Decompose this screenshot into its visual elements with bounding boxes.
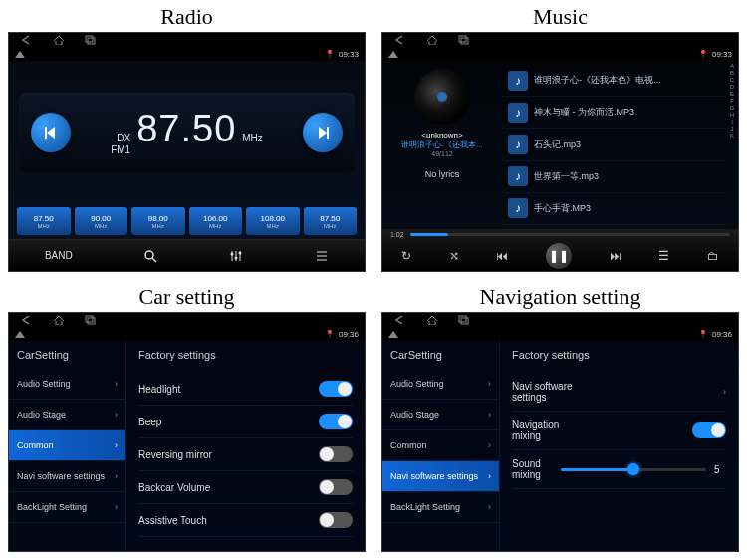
radio-screen: 📍 09:33 DX FM1 8 bbox=[8, 32, 366, 272]
home-icon[interactable] bbox=[53, 315, 65, 325]
preset-3[interactable]: 98.00MHz bbox=[131, 207, 185, 235]
preset-4[interactable]: 106.00MHz bbox=[189, 207, 243, 235]
android-softkeys bbox=[9, 33, 365, 47]
repeat-icon[interactable]: ↻ bbox=[401, 249, 411, 263]
next-station-button[interactable] bbox=[303, 113, 343, 152]
back-icon[interactable] bbox=[21, 315, 33, 325]
sound-mixing-slider[interactable] bbox=[561, 468, 706, 471]
toggle-reversing-mirror[interactable] bbox=[319, 446, 353, 462]
alpha-index[interactable]: ABCDEFGHIJK bbox=[726, 61, 738, 229]
chevron-right-icon: › bbox=[115, 379, 118, 389]
music-note-icon: ♪ bbox=[508, 135, 528, 154]
svg-point-4 bbox=[145, 251, 153, 259]
setting-row-navi-software[interactable]: Navi software settings› bbox=[512, 373, 726, 412]
svg-rect-2 bbox=[45, 127, 47, 139]
prev-track-icon[interactable]: ⏮ bbox=[496, 249, 508, 263]
recents-icon[interactable] bbox=[458, 315, 470, 325]
svg-point-9 bbox=[231, 252, 234, 255]
preset-row: 87.50MHz 90.00MHz 98.00MHz 106.00MHz 108… bbox=[9, 203, 365, 239]
equalizer-icon[interactable] bbox=[229, 249, 243, 263]
preset-1[interactable]: 87.50MHz bbox=[17, 207, 71, 235]
back-icon[interactable] bbox=[394, 35, 406, 45]
home-icon[interactable] bbox=[53, 35, 65, 45]
recents-icon[interactable] bbox=[458, 35, 470, 45]
svg-rect-20 bbox=[461, 318, 468, 324]
recents-icon[interactable] bbox=[85, 35, 97, 45]
sidebar-item-backlight[interactable]: BackLight Setting› bbox=[382, 492, 499, 523]
android-softkeys bbox=[382, 33, 738, 47]
main-title: Factory settings bbox=[138, 349, 353, 361]
track-item[interactable]: ♪手心手背.MP3 bbox=[502, 193, 726, 225]
svg-rect-16 bbox=[461, 38, 468, 44]
back-icon[interactable] bbox=[394, 315, 406, 325]
toggle-navigation-mixing[interactable] bbox=[692, 422, 726, 438]
android-softkeys bbox=[382, 313, 738, 327]
home-icon[interactable] bbox=[426, 35, 438, 45]
svg-rect-1 bbox=[88, 38, 95, 44]
seek-slider[interactable] bbox=[410, 233, 730, 236]
preset-2[interactable]: 90.00MHz bbox=[75, 207, 128, 235]
toggle-backcar-volume[interactable] bbox=[319, 479, 353, 495]
toggle-assistive-touch[interactable] bbox=[319, 512, 353, 528]
list-icon[interactable] bbox=[315, 249, 329, 263]
side-title: CarSetting bbox=[382, 341, 499, 369]
track-item[interactable]: ♪谁明浪子心-《还我本色》电视... bbox=[502, 65, 726, 97]
frequency-value: 87.50 bbox=[136, 108, 236, 150]
status-time: 09:36 bbox=[339, 330, 359, 339]
toggle-beep[interactable] bbox=[319, 414, 353, 429]
setting-row-assistive-touch: Assistive Touch bbox=[138, 504, 353, 537]
shuffle-icon[interactable]: ⤭ bbox=[449, 249, 459, 263]
band-label: DX FM1 bbox=[111, 133, 130, 156]
preset-5[interactable]: 108.00MHz bbox=[246, 207, 300, 235]
statusbar-radio: 📍 09:33 bbox=[9, 47, 365, 61]
back-icon[interactable] bbox=[21, 35, 33, 45]
sidebar-item-audio-stage[interactable]: Audio Stage› bbox=[9, 400, 125, 430]
no-lyrics-label: No lyrics bbox=[425, 169, 460, 179]
caption-nav: Navigation setting bbox=[381, 282, 739, 312]
track-item[interactable]: ♪神木与瞳 - 为你而活.MP3 bbox=[502, 97, 726, 129]
gps-icon: 📍 bbox=[325, 330, 335, 339]
sidebar-item-audio-setting[interactable]: Audio Setting› bbox=[382, 369, 499, 400]
recents-icon[interactable] bbox=[85, 315, 97, 325]
home-icon[interactable] bbox=[426, 315, 438, 325]
toggle-headlight[interactable] bbox=[319, 381, 353, 397]
next-track-icon[interactable]: ⏭ bbox=[610, 249, 622, 263]
svg-rect-17 bbox=[86, 316, 93, 322]
now-playing-title: 谁明浪子心-《还我本... bbox=[401, 140, 482, 150]
svg-point-10 bbox=[235, 256, 238, 259]
svg-rect-0 bbox=[86, 36, 93, 42]
side-title: CarSetting bbox=[9, 341, 125, 369]
sidebar-item-navi-software[interactable]: Navi software settings› bbox=[382, 461, 499, 492]
signal-icon bbox=[388, 51, 398, 58]
folder-icon[interactable]: 🗀 bbox=[707, 249, 719, 263]
sidebar-item-common[interactable]: Common› bbox=[382, 430, 499, 461]
band-button[interactable]: BAND bbox=[45, 250, 73, 261]
status-time: 09:33 bbox=[712, 50, 732, 59]
frequency-display: DX FM1 87.50 MHz bbox=[19, 93, 355, 172]
sidebar-item-navi-software[interactable]: Navi software settings› bbox=[9, 461, 125, 492]
prev-station-button[interactable] bbox=[31, 113, 71, 152]
caption-music: Music bbox=[381, 2, 739, 32]
chevron-right-icon: › bbox=[723, 387, 726, 397]
sidebar-item-audio-stage[interactable]: Audio Stage› bbox=[382, 400, 499, 430]
playlist-icon[interactable]: ☰ bbox=[658, 249, 669, 263]
setting-row-reversing-mirror: Reversing mirror bbox=[138, 438, 353, 471]
sidebar-item-common[interactable]: Common› bbox=[9, 430, 125, 461]
gps-icon: 📍 bbox=[698, 50, 708, 59]
svg-rect-3 bbox=[327, 127, 329, 139]
main-title: Factory settings bbox=[512, 349, 726, 361]
sidebar-item-backlight[interactable]: BackLight Setting› bbox=[9, 492, 125, 523]
sidebar-item-audio-setting[interactable]: Audio Setting› bbox=[9, 369, 125, 400]
statusbar-nav: 📍09:36 bbox=[382, 327, 738, 341]
search-icon[interactable] bbox=[143, 249, 157, 263]
track-item[interactable]: ♪石头记.mp3 bbox=[502, 129, 726, 160]
pause-button[interactable]: ❚❚ bbox=[546, 243, 572, 269]
track-item[interactable]: ♪世界第一等.mp3 bbox=[502, 161, 726, 193]
track-index: 49/112 bbox=[401, 150, 482, 157]
music-note-icon: ♪ bbox=[508, 71, 528, 91]
car-setting-screen: 📍09:36 CarSetting Audio Setting› Audio S… bbox=[8, 312, 366, 552]
status-time: 09:36 bbox=[712, 330, 732, 339]
preset-6[interactable]: 87.50MHz bbox=[304, 207, 358, 235]
chevron-right-icon: › bbox=[488, 440, 491, 450]
album-art-disc bbox=[414, 69, 470, 125]
